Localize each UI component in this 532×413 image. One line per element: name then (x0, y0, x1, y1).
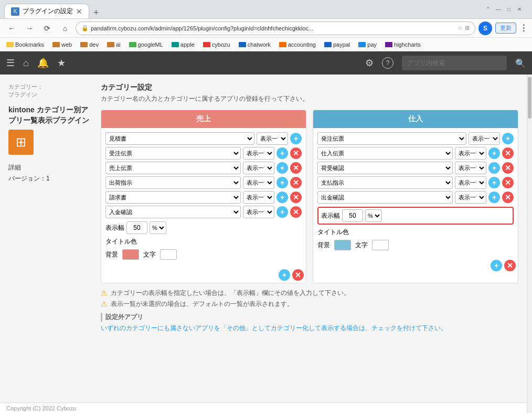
category-label: カテゴリー： (8, 83, 92, 91)
view-select-6[interactable]: 表示一覧 (243, 206, 274, 218)
add-button-6[interactable]: + (276, 206, 288, 218)
view-select-1[interactable]: 表示一覧 (257, 132, 288, 145)
app-select-6[interactable]: 入金確認 (105, 206, 241, 218)
s-app-select-1[interactable]: 発注伝票 (317, 132, 466, 145)
table-row: 出金確認 表示一覧 + ✕ (317, 191, 514, 204)
s-add-button-3[interactable]: + (488, 162, 500, 174)
s-app-select-5[interactable]: 出金確認 (317, 191, 453, 204)
bookmark-ai[interactable]: ai (105, 40, 123, 49)
s-width-label: 表示幅 (321, 211, 340, 220)
s-panel-remove-button[interactable]: ✕ (504, 260, 516, 271)
bookmark-accounting[interactable]: accounting (277, 40, 318, 49)
scrollbar-track[interactable] (527, 75, 532, 413)
s-add-button-2[interactable]: + (488, 147, 500, 159)
text-color-picker[interactable] (160, 249, 177, 260)
help-icon[interactable]: ? (382, 57, 393, 69)
s-view-select-5[interactable]: 表示一覧 (455, 191, 486, 204)
bookmark-bookmarks[interactable]: Bookmarks (4, 40, 46, 49)
settings-outside: 設定外アプリ いずれのカテゴリーにも属さないアプリを「その他」としてカテゴリー化… (101, 313, 518, 333)
bg-color-picker[interactable] (122, 249, 139, 260)
remove-button-5[interactable]: ✕ (290, 192, 302, 203)
remove-button-2[interactable]: ✕ (290, 147, 302, 159)
s-bg-color-picker[interactable] (334, 240, 351, 250)
s-add-button-4[interactable]: + (488, 177, 500, 188)
s-width-input[interactable] (342, 209, 363, 222)
remove-button-4[interactable]: ✕ (290, 177, 302, 188)
bookmark-pay[interactable]: pay (356, 40, 379, 49)
view-select-2[interactable]: 表示一覧 (243, 147, 274, 160)
s-view-select-2[interactable]: 表示一覧 (455, 147, 486, 160)
app-select-3[interactable]: 売上伝票 (105, 162, 241, 174)
bookmark-chatwork[interactable]: chatwork (237, 40, 273, 49)
title-bar: K プラグインの設定 ✕ + ⌃ — □ ✕ (0, 0, 532, 19)
width-input[interactable] (126, 221, 147, 234)
s-remove-button-4[interactable]: ✕ (502, 177, 514, 188)
bookmark-cybozu[interactable]: cybozu (201, 40, 232, 49)
panel-add-button[interactable]: + (279, 269, 290, 281)
home-button[interactable]: ⌂ (58, 21, 72, 36)
s-view-select-4[interactable]: 表示一覧 (455, 176, 486, 189)
s-remove-button-5[interactable]: ✕ (502, 192, 514, 203)
s-panel-add-button[interactable]: + (491, 260, 502, 271)
bookmark-dev[interactable]: dev (78, 40, 101, 49)
bell-icon[interactable]: 🔔 (37, 57, 49, 69)
s-add-button-1[interactable]: + (502, 133, 514, 144)
bookmark-apple[interactable]: apple (169, 40, 197, 49)
new-tab-button[interactable]: + (89, 7, 103, 18)
s-unit-select[interactable]: % (365, 209, 382, 222)
bookmark-highcharts[interactable]: highcharts (383, 40, 423, 49)
back-button[interactable]: ← (4, 21, 19, 36)
s-remove-button-2[interactable]: ✕ (502, 147, 514, 159)
url-bar[interactable]: 🔒 pandafirm.cybozu.com/k/admin/app/1265/… (76, 22, 475, 35)
settings-icon[interactable]: ⚙ (365, 57, 374, 69)
bookmark-web[interactable]: web (50, 40, 74, 49)
update-button[interactable]: 更新 (495, 23, 516, 34)
add-button-4[interactable]: + (276, 177, 288, 188)
bookmark-googleml[interactable]: googleML (127, 40, 165, 49)
bookmark-paypal[interactable]: paypal (322, 40, 352, 49)
unit-select[interactable]: % (150, 221, 166, 234)
footer: Copyright (C) 2022 Cybozu (0, 403, 527, 413)
app-select-4[interactable]: 出荷指示 (105, 176, 241, 189)
extension-icon[interactable]: ⊞ (465, 25, 470, 31)
app-select-1[interactable]: 見積書 (105, 132, 254, 145)
app-select-5[interactable]: 請求書 (105, 191, 241, 204)
scrollbar-thumb[interactable] (528, 77, 531, 119)
maximize-button[interactable]: □ (505, 5, 513, 14)
s-view-select-1[interactable]: 表示一覧 (469, 132, 500, 145)
panel-remove-button[interactable]: ✕ (292, 269, 304, 281)
add-button-3[interactable]: + (276, 162, 288, 174)
view-select-3[interactable]: 表示一覧 (243, 162, 274, 174)
s-add-button-5[interactable]: + (488, 192, 500, 203)
minimize-button[interactable]: — (494, 5, 503, 14)
view-select-5[interactable]: 表示一覧 (243, 191, 274, 204)
close-button[interactable]: ✕ (515, 5, 524, 14)
tab-close-button[interactable]: ✕ (76, 7, 82, 16)
star-icon[interactable]: ★ (57, 57, 66, 69)
s-app-select-3[interactable]: 荷受確認 (317, 162, 453, 174)
add-button-2[interactable]: + (276, 147, 288, 159)
s-remove-button-3[interactable]: ✕ (502, 162, 514, 174)
user-avatar[interactable]: S (478, 22, 492, 35)
remove-button-3[interactable]: ✕ (290, 162, 302, 174)
search-button[interactable]: 🔍 (515, 58, 526, 68)
s-app-select-4[interactable]: 支払指示 (317, 176, 453, 189)
active-tab[interactable]: K プラグインの設定 ✕ (4, 4, 89, 18)
star-icon[interactable]: ☆ (457, 25, 463, 31)
add-button-5[interactable]: + (276, 192, 288, 203)
forward-button[interactable]: → (22, 21, 37, 36)
app-select-2[interactable]: 受注伝票 (105, 147, 241, 160)
menu-dots-button[interactable]: ⋮ (519, 23, 528, 33)
s-app-select-2[interactable]: 仕入伝票 (317, 147, 453, 160)
s-text-color-picker[interactable] (372, 240, 389, 250)
remove-button-6[interactable]: ✕ (290, 206, 302, 218)
hamburger-icon[interactable]: ☰ (6, 57, 15, 69)
bookmark-label: paypal (333, 41, 350, 48)
view-select-4[interactable]: 表示一覧 (243, 176, 274, 189)
app-search-input[interactable] (402, 56, 507, 70)
home-icon[interactable]: ⌂ (23, 58, 29, 69)
panel-bottom-shiiire: + ✕ (313, 258, 518, 273)
reload-button[interactable]: ⟳ (40, 21, 55, 36)
s-view-select-3[interactable]: 表示一覧 (455, 162, 486, 174)
add-button-1[interactable]: + (290, 133, 302, 144)
